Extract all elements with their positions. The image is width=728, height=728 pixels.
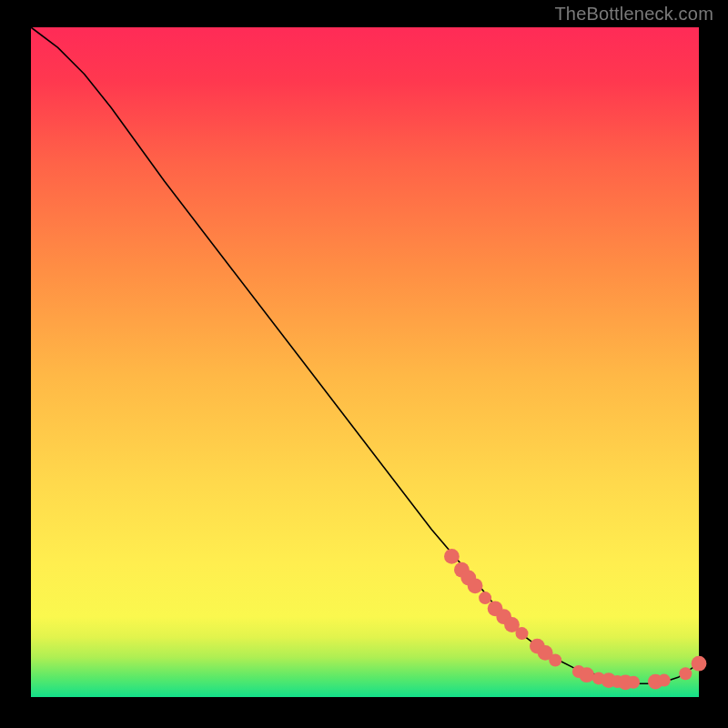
marker-point <box>692 656 707 672</box>
marker-point <box>549 654 561 667</box>
marker-point <box>679 667 692 680</box>
chart-frame: TheBottleneck.com <box>0 0 728 728</box>
bottleneck-curve <box>31 27 699 683</box>
plot-overlay <box>31 27 699 697</box>
marker-point <box>444 549 460 564</box>
attribution-text: TheBottleneck.com <box>554 4 713 25</box>
marker-point <box>627 676 640 689</box>
marker-point <box>516 627 529 640</box>
marker-point <box>579 667 594 682</box>
marker-point <box>479 592 491 604</box>
marker-point <box>658 674 671 687</box>
marker-point <box>468 578 483 593</box>
highlighted-range-markers <box>444 549 706 690</box>
